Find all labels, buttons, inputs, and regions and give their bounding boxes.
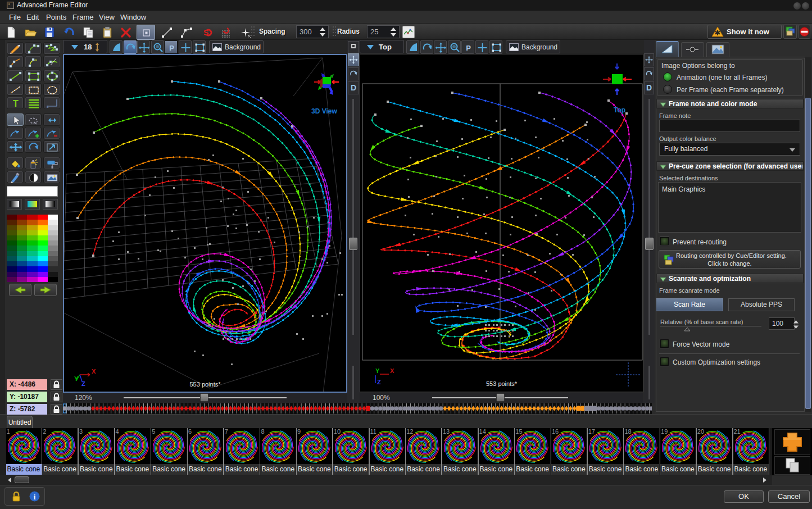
svg-text:Y: Y — [375, 367, 380, 374]
svg-text:X: X — [92, 368, 96, 375]
svg-text:s: s — [47, 104, 49, 108]
svg-text:P: P — [169, 44, 174, 52]
svg-text:✱: ✱ — [715, 29, 721, 37]
svg-text:X: X — [390, 367, 394, 374]
svg-text:i: i — [34, 493, 36, 501]
svg-text:P: P — [466, 44, 471, 52]
svg-text:T: T — [13, 99, 19, 108]
